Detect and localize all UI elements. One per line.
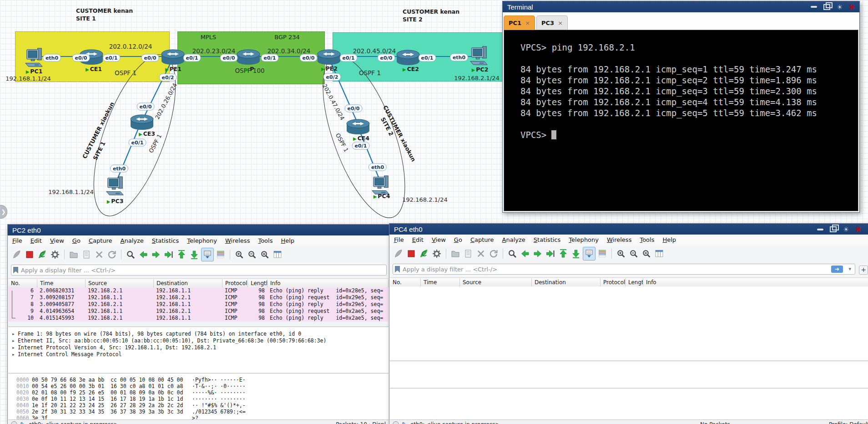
previous-packet-icon[interactable] <box>519 247 531 260</box>
packet-row[interactable]: 83.009405877192.168.2.1192.168.1.1ICMP98… <box>8 301 389 308</box>
start-capture-icon[interactable] <box>393 247 404 260</box>
column-time[interactable]: Time <box>37 279 86 287</box>
node-pc2[interactable] <box>469 46 490 68</box>
node-pe2[interactable] <box>317 49 341 67</box>
filter-bookmark-icon[interactable] <box>13 267 18 274</box>
expand-arrow-icon[interactable]: ▸ <box>12 331 15 337</box>
previous-packet-icon[interactable] <box>137 248 149 261</box>
menu-item-view[interactable]: View <box>46 236 68 245</box>
find-packet-icon[interactable] <box>506 247 518 260</box>
capture-options-icon[interactable] <box>431 247 443 260</box>
column-time[interactable]: Time <box>421 278 460 286</box>
node-ce2[interactable] <box>396 49 420 67</box>
go-to-packet-icon[interactable] <box>163 248 175 261</box>
menu-item-help[interactable]: Help <box>658 235 680 244</box>
go-to-packet-icon[interactable] <box>545 247 556 260</box>
menu-item-edit[interactable]: Edit <box>26 236 46 245</box>
terminal-console[interactable]: VPCS> ping 192.168.2.184 bytes from 192.… <box>504 30 858 211</box>
tab-close-icon[interactable]: × <box>525 20 530 26</box>
menu-item-file[interactable]: File <box>8 236 26 245</box>
column-no[interactable]: No. <box>8 279 37 287</box>
node-ce4[interactable] <box>346 118 370 137</box>
zoom-out-icon[interactable] <box>246 248 258 261</box>
hex-dump-pane[interactable]: 000000 50 79 66 68 3e aa bb cc 00 05 10 … <box>8 373 389 423</box>
start-capture-icon[interactable] <box>11 248 23 261</box>
settings-icon[interactable]: ☀ <box>843 226 849 233</box>
close-icon[interactable]: ✖ <box>849 4 855 10</box>
first-packet-icon[interactable] <box>176 248 187 261</box>
packet-row[interactable]: 62.006820331192.168.2.1192.168.1.1ICMP98… <box>8 287 389 294</box>
restart-capture-icon[interactable] <box>36 248 48 261</box>
detail-row[interactable]: ▸Ethernet II, Src: aa:bb:cc:00:05:10 (aa… <box>8 337 389 344</box>
restore-icon[interactable] <box>823 4 830 10</box>
first-packet-icon[interactable] <box>557 247 569 260</box>
column-length[interactable]: Length <box>248 279 267 287</box>
expand-arrow-icon[interactable]: ▸ <box>12 344 15 351</box>
open-file-icon[interactable] <box>449 247 461 260</box>
column-source[interactable]: Source <box>86 279 154 287</box>
menu-item-statistics[interactable]: Statistics <box>530 235 565 244</box>
filter-bookmark-icon[interactable] <box>395 266 400 273</box>
capture-status-icon[interactable] <box>393 421 399 424</box>
column-no[interactable]: No. <box>390 278 421 286</box>
menu-item-view[interactable]: View <box>428 235 450 244</box>
node-ce3[interactable] <box>130 114 154 132</box>
capture-options-icon[interactable] <box>49 248 61 261</box>
restore-icon[interactable] <box>830 226 837 232</box>
close-icon[interactable]: ✖ <box>855 226 861 233</box>
tab-pc1[interactable]: PC1 × <box>504 15 535 30</box>
packet-row[interactable]: 104.015145993192.168.2.1192.168.1.1ICMP9… <box>8 315 389 322</box>
zoom-out-icon[interactable] <box>628 247 640 260</box>
stop-capture-icon[interactable] <box>24 248 35 261</box>
column-destination[interactable]: Destination <box>532 278 601 286</box>
expert-info-icon[interactable]: ✎ <box>402 421 407 424</box>
last-packet-icon[interactable] <box>570 247 582 260</box>
close-file-icon[interactable] <box>475 247 487 260</box>
menu-item-capture[interactable]: Capture <box>466 235 498 244</box>
menu-item-edit[interactable]: Edit <box>408 235 428 244</box>
tab-pc3[interactable]: PC3 × <box>536 15 568 30</box>
detail-row[interactable]: ▸Internet Protocol Version 4, Src: 192.1… <box>8 344 389 351</box>
save-file-icon[interactable] <box>462 247 474 260</box>
save-file-icon[interactable] <box>81 248 92 261</box>
reload-icon[interactable] <box>106 248 118 261</box>
column-protocol[interactable]: Protocol <box>222 279 248 287</box>
expert-info-icon[interactable]: ✎ <box>20 421 25 424</box>
minimize-icon[interactable] <box>811 6 817 8</box>
expand-arrow-icon[interactable]: ▸ <box>12 351 15 358</box>
zoom-original-icon[interactable] <box>259 248 271 261</box>
zoom-original-icon[interactable] <box>641 247 652 260</box>
resize-columns-icon[interactable] <box>653 247 665 260</box>
column-destination[interactable]: Destination <box>154 279 222 287</box>
terminal-titlebar[interactable]: Terminal ☀ ✖ <box>503 1 859 12</box>
menu-item-analyze[interactable]: Analyze <box>498 235 530 244</box>
column-info[interactable]: Info <box>267 279 389 287</box>
next-packet-icon[interactable] <box>150 248 162 261</box>
add-filter-button[interactable]: + <box>859 266 868 275</box>
node-p[interactable] <box>237 49 260 67</box>
filter-dropdown-icon[interactable]: ▾ <box>848 266 851 272</box>
expand-arrow-icon[interactable]: ▸ <box>12 337 15 344</box>
packet-row[interactable]: 73.009208157192.168.1.1192.168.2.1ICMP98… <box>8 294 389 301</box>
auto-scroll-icon[interactable] <box>583 247 595 261</box>
colorize-packets-icon[interactable] <box>596 247 608 260</box>
wireshark-titlebar[interactable]: PC2 eth0 <box>8 225 389 235</box>
zoom-in-icon[interactable] <box>615 247 627 260</box>
column-source[interactable]: Source <box>460 278 532 286</box>
menu-item-capture[interactable]: Capture <box>85 236 116 245</box>
stop-capture-icon[interactable] <box>405 247 417 260</box>
minimize-icon[interactable] <box>817 229 823 230</box>
open-file-icon[interactable] <box>68 248 80 261</box>
menu-item-telephony[interactable]: Telephony <box>183 236 221 245</box>
node-pc1[interactable] <box>24 47 45 70</box>
menu-item-file[interactable]: File <box>390 235 408 244</box>
column-protocol[interactable]: Protocol <box>601 278 626 286</box>
menu-item-analyze[interactable]: Analyze <box>116 236 148 245</box>
menu-item-wireless[interactable]: Wireless <box>221 236 254 245</box>
menu-item-go[interactable]: Go <box>68 236 85 245</box>
wireshark-titlebar[interactable]: PC4 eth0 ☀ ✖ <box>389 224 868 235</box>
restart-capture-icon[interactable] <box>418 247 430 260</box>
node-pc3[interactable] <box>105 176 126 199</box>
menu-item-telephony[interactable]: Telephony <box>565 235 603 244</box>
auto-scroll-icon[interactable] <box>201 248 214 261</box>
